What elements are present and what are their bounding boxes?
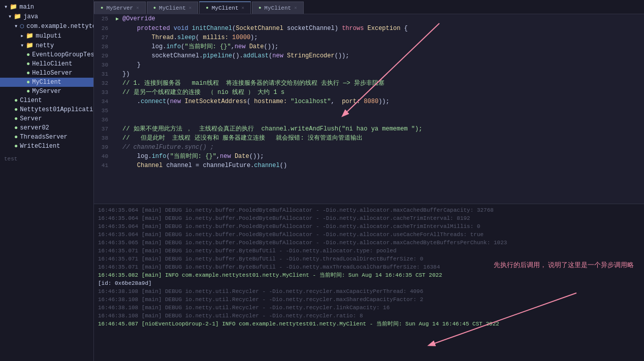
sidebar-item-myclient[interactable]: ● MyClient [0,78,93,87]
sidebar-item-helloserver[interactable]: ● HelloServer [0,69,93,78]
console-line: 16:46:35.064 [main] DEBUG io.netty.buffe… [98,206,640,214]
sidebar-item-label: MyServer [32,88,61,95]
sidebar-item-nettytest01application[interactable]: ● Nettytest01Application [0,105,93,114]
console-line: 16:46:38.108 [main] DEBUG io.netty.util.… [98,312,640,320]
code-editor[interactable]: 25 ▶ @Override 26 protected void initCha… [94,14,644,204]
console-line-info: 16:46:35.082 [main] INFO com.example.net… [98,271,640,279]
sidebar-item-server[interactable]: ● Server [0,114,93,123]
code-line-41: 41 Channel channel = channelFuture.chann… [94,161,644,170]
tab-class-icon: ● [153,6,156,11]
test-section-label: test [0,155,93,163]
sidebar-item-main[interactable]: ▾ 📁 main [0,2,93,12]
sidebar-item-label: WriteClient [20,143,60,150]
console-line-final: 16:46:45.087 [nioEventLoopGroup-2-1] INF… [98,320,640,328]
console-line-id: [id: 0x6be28a9d] [98,279,640,287]
console-output[interactable]: 16:46:35.064 [main] DEBUG io.netty.buffe… [94,204,644,361]
package-icon: ⬡ [20,23,24,29]
expand-icon: ▾ [4,3,8,11]
folder-icon: 📁 [26,32,34,40]
tab-close-icon[interactable]: ✕ [294,5,297,11]
sidebar-item-writeclient[interactable]: ● WriteClient [0,142,93,151]
expand-icon: ▾ [8,13,12,20]
class-icon: ● [26,60,30,68]
sidebar-item-label: server02 [20,124,49,132]
console-line: 16:46:35.064 [main] DEBUG io.netty.buffe… [98,214,640,222]
code-line-26: 26 protected void initChannel(SocketChan… [94,24,644,33]
class-icon: ● [14,106,18,113]
tab-myclient-3[interactable]: ● MyClient ✕ [252,2,304,14]
sidebar-item-label: java [23,13,38,20]
tab-close-icon[interactable]: ✕ [242,5,244,11]
code-line-35: 35 [94,106,644,115]
debug-arrow-icon: ▶ [116,15,119,24]
console-line: 16:46:38.108 [main] DEBUG io.netty.util.… [98,287,640,296]
tab-myserver[interactable]: ● MyServer ✕ [94,2,146,14]
folder-icon: 📁 [14,13,21,20]
sidebar-item-label: MyClient [32,79,61,86]
code-line-27: 27 Thread.sleep( millis: 10000); [94,33,644,42]
console-line: 16:46:35.071 [main] DEBUG io.netty.buffe… [98,247,640,255]
class-icon: ● [14,134,18,141]
sidebar-item-package[interactable]: ▾ ⬡ com.example.nettytest01 [0,21,93,31]
class-icon: ● [26,70,30,77]
console-line: 16:46:35.064 [main] DEBUG io.netty.buffe… [98,231,640,239]
sidebar-item-eventloopgrouptest[interactable]: ● EventLoopGroupTest [0,50,93,59]
expand-icon: ▾ [20,42,24,49]
tab-bar: ● MyServer ✕ ● MyClient ✕ ● MyClient ✕ ●… [94,0,644,14]
sidebar-item-label: main [19,4,34,11]
tab-label: MyClient [212,5,239,11]
tab-class-icon: ● [101,6,103,11]
class-icon: ● [14,115,18,122]
console-area: 16:46:35.064 [main] DEBUG io.netty.buffe… [94,204,644,361]
code-line-25: 25 ▶ @Override [94,14,644,24]
code-line-29: 29 socketChannel.pipeline().addLast(new … [94,51,644,60]
tab-myclient-2[interactable]: ● MyClient ✕ [199,2,251,14]
sidebar-item-label: Nettytest01Application [20,106,94,113]
tab-label: MyClient [264,5,291,11]
console-line: 16:46:38.108 [main] DEBUG io.netty.util.… [98,296,640,304]
sidebar-item-myserver[interactable]: ● MyServer [0,87,93,96]
sidebar-item-label: EventLoopGroupTest [32,51,94,58]
console-line: 16:46:35.064 [main] DEBUG io.netty.buffe… [98,222,640,231]
sidebar-item-label: com.example.nettytest01 [26,23,94,30]
class-icon: ● [14,143,18,150]
class-icon: ● [14,124,18,132]
sidebar-item-mulputi[interactable]: ▸ 📁 mulputi [0,31,93,41]
tab-close-icon[interactable]: ✕ [189,5,191,11]
sidebar-item-client[interactable]: ● Client [0,96,93,105]
tab-close-icon[interactable]: ✕ [136,5,139,11]
sidebar-item-helloclient[interactable]: ● HelloClient [0,59,93,69]
sidebar-item-label: Client [20,97,42,104]
code-line-33: 33 // 是另一个线程建立的连接 （ nio 线程 ） 大约 1 s [94,88,644,97]
tab-class-icon: ● [206,6,208,11]
console-line: 16:46:35.071 [main] DEBUG io.netty.buffe… [98,255,640,263]
file-tree: ▾ 📁 main ▾ 📁 java ▾ ⬡ com.example.nettyt… [0,0,94,361]
folder-icon: 📁 [26,42,34,49]
sidebar-item-label: mulputi [36,32,61,40]
code-line-37: 37 // 如果不使用此方法 ， 主线程会真正的执行 channel.write… [94,124,644,134]
console-line: 16:46:38.108 [main] DEBUG io.netty.util.… [98,304,640,312]
code-line-40: 40 log.info("当前时间: {}",new Date()); [94,152,644,161]
sidebar-item-label: HelloServer [32,70,72,77]
expand-icon: ▸ [20,32,24,40]
sidebar-item-netty[interactable]: ▾ 📁 netty [0,41,93,50]
sidebar-item-server02[interactable]: ● server02 [0,123,93,133]
code-line-38: 38 // 但是此时 主线程 还没有和 服务器建立连接 就会报错: 没有管道向管… [94,134,644,143]
code-line-32: 32 // 1. 连接到服务器 main线程 将连接服务器的请求交给别的线程 去… [94,79,644,88]
sidebar-item-label: Server [20,115,42,122]
code-line-30: 30 } [94,60,644,70]
expand-icon: ▾ [14,22,18,30]
folder-icon: 📁 [10,3,17,11]
class-icon: ● [26,51,30,58]
class-icon: ● [26,88,30,95]
console-line: 16:46:35.065 [main] DEBUG io.netty.buffe… [98,239,640,247]
editor-area: ● MyServer ✕ ● MyClient ✕ ● MyClient ✕ ●… [94,0,644,361]
class-icon: ● [14,97,18,104]
sidebar-item-threadsserver[interactable]: ● ThreadsServer [0,133,93,142]
tab-myclient-1[interactable]: ● MyClient ✕ [147,2,199,14]
tab-label: MyClient [159,5,186,11]
sidebar-item-java[interactable]: ▾ 📁 java [0,12,93,21]
code-line-28: 28 log.info("当前时间: {}",new Date()); [94,42,644,51]
sidebar-item-label: HelloClient [32,60,72,68]
code-line-36: 36 [94,115,644,124]
